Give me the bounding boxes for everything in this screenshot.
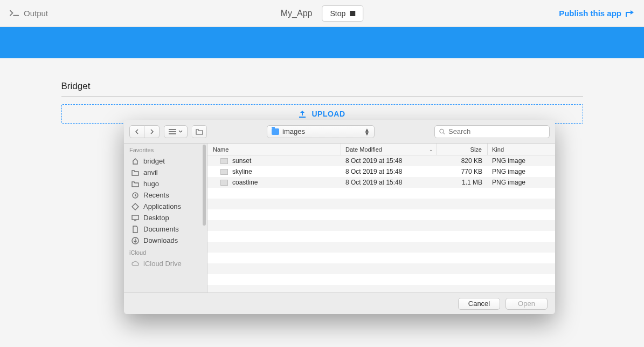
file-date: 8 Oct 2019 at 15:48	[341, 157, 437, 165]
sidebar-item-downloads[interactable]: Downloads	[124, 235, 207, 246]
sidebar-item-bridget[interactable]: bridget	[124, 155, 207, 167]
app-icon	[131, 203, 139, 210]
cloud-icon	[131, 260, 139, 268]
doc-icon	[131, 226, 139, 233]
file-row[interactable]: sunset 8 Oct 2019 at 15:48 820 KB PNG im…	[207, 155, 555, 166]
scrollbar-thumb[interactable]	[203, 145, 206, 226]
clock-icon	[131, 192, 139, 199]
group-segment	[192, 125, 207, 138]
output-link[interactable]: Output	[10, 9, 48, 18]
file-kind: PNG image	[488, 179, 555, 186]
nav-back-button[interactable]	[129, 125, 144, 138]
file-rows: sunset 8 Oct 2019 at 15:48 820 KB PNG im…	[207, 155, 555, 292]
open-button[interactable]: Open	[505, 298, 548, 310]
search-field[interactable]	[434, 125, 550, 138]
sidebar-item-label: Applications	[143, 202, 181, 210]
cancel-button[interactable]: Cancel	[458, 298, 500, 310]
app-name: My_App	[281, 9, 313, 18]
file-kind: PNG image	[488, 168, 555, 175]
upload-icon	[299, 110, 306, 118]
toolbar-center: My_App Stop	[281, 5, 364, 22]
folder-icon	[131, 169, 139, 176]
sidebar-item-label: Documents	[143, 225, 179, 233]
sidebar-item-label: anvil	[143, 168, 158, 176]
view-mode-button[interactable]	[164, 125, 188, 138]
col-size-header[interactable]: Size	[437, 144, 488, 155]
file-name: skyline	[232, 168, 252, 175]
sidebar-item-hugo[interactable]: hugo	[124, 178, 207, 189]
anvil-toolbar: Output My_App Stop Publish this app	[0, 0, 644, 27]
finder-sidebar[interactable]: Favorites bridget anvil hugo Recents App…	[124, 144, 207, 292]
terminal-icon	[10, 10, 19, 17]
sidebar-item-applications[interactable]: Applications	[124, 201, 207, 212]
search-input[interactable]	[448, 127, 545, 135]
folder-icon	[196, 128, 203, 135]
sidebar-item-documents[interactable]: Documents	[124, 223, 207, 235]
stop-button[interactable]: Stop	[322, 5, 363, 22]
sidebar-item-label: bridget	[143, 157, 165, 165]
col-date-header[interactable]: Date Modified⌄	[341, 144, 437, 155]
stop-icon	[350, 11, 355, 16]
page-body: Bridget UPLOAD	[0, 58, 644, 124]
sidebar-item-icloud-drive[interactable]: iCloud Drive	[124, 258, 207, 269]
finder-toolbar: images ▲▼	[124, 120, 555, 144]
sidebar-item-anvil[interactable]: anvil	[124, 167, 207, 178]
desktop-icon	[131, 214, 139, 222]
chevron-left-icon	[135, 129, 139, 134]
chevron-down-icon	[178, 130, 183, 133]
folder-icon	[131, 180, 139, 188]
sidebar-scrollbar[interactable]	[203, 144, 207, 292]
output-label: Output	[24, 9, 48, 18]
svg-rect-1	[299, 117, 306, 118]
page-title: Bridget	[61, 81, 583, 97]
current-folder: images	[282, 127, 305, 135]
upload-label: UPLOAD	[311, 110, 345, 118]
sb-favorites-header: Favorites	[124, 144, 207, 155]
col-kind-header[interactable]: Kind	[488, 144, 555, 155]
app-header	[0, 27, 644, 58]
file-open-dialog: images ▲▼ Favorites bridget anvil hugo R…	[124, 120, 555, 314]
file-name: coastline	[232, 179, 258, 186]
sidebar-item-label: hugo	[143, 180, 159, 188]
group-button[interactable]	[192, 125, 207, 138]
chevron-right-icon	[150, 129, 154, 134]
publish-label: Publish this app	[559, 9, 621, 18]
search-icon	[439, 128, 445, 135]
svg-rect-8	[132, 215, 139, 220]
file-size: 820 KB	[437, 157, 488, 165]
col-name-header[interactable]: Name	[207, 144, 341, 155]
sidebar-item-label: Recents	[143, 191, 169, 199]
nav-forward-button[interactable]	[144, 125, 160, 138]
download-icon	[131, 237, 139, 244]
column-headers: Name Date Modified⌄ Size Kind	[207, 144, 555, 155]
file-date: 8 Oct 2019 at 15:48	[341, 179, 437, 186]
col-date-label: Date Modified	[345, 146, 382, 153]
sort-chevron-icon: ⌄	[429, 147, 433, 152]
share-icon	[626, 10, 634, 17]
file-kind: PNG image	[488, 157, 555, 165]
sidebar-item-label: iCloud Drive	[143, 260, 182, 268]
file-size: 1.1 MB	[437, 179, 488, 186]
file-thumb-icon	[220, 158, 228, 164]
sidebar-item-label: Desktop	[143, 214, 169, 222]
nav-segment	[129, 125, 160, 138]
home-icon	[131, 158, 139, 165]
sidebar-item-label: Downloads	[143, 236, 178, 244]
finder-footer: Cancel Open	[124, 292, 555, 314]
sidebar-item-desktop[interactable]: Desktop	[124, 212, 207, 223]
file-row[interactable]: skyline 8 Oct 2019 at 15:48 770 KB PNG i…	[207, 166, 555, 177]
file-thumb-icon	[220, 180, 228, 186]
file-row[interactable]: coastline 8 Oct 2019 at 15:48 1.1 MB PNG…	[207, 177, 555, 188]
svg-point-5	[440, 129, 444, 133]
finder-body: Favorites bridget anvil hugo Recents App…	[124, 144, 555, 292]
publish-link[interactable]: Publish this app	[559, 9, 634, 18]
sidebar-item-recents[interactable]: Recents	[124, 189, 207, 201]
sb-icloud-header: iCloud	[124, 246, 207, 258]
file-size: 770 KB	[437, 168, 488, 175]
stop-label: Stop	[330, 9, 345, 18]
updown-icon: ▲▼	[364, 128, 370, 135]
svg-line-6	[443, 132, 445, 134]
file-name: sunset	[232, 157, 251, 165]
path-popup[interactable]: images ▲▼	[267, 125, 375, 138]
list-view-icon	[169, 129, 176, 134]
